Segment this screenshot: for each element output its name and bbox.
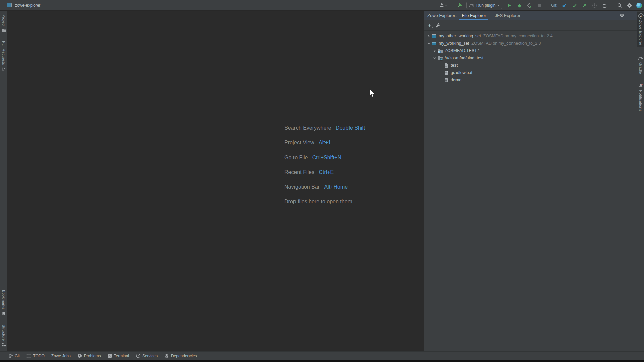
services-icon: [136, 354, 140, 358]
profile-avatar-icon[interactable]: [636, 3, 642, 8]
file-icon: [443, 63, 449, 68]
working-set-icon: [431, 41, 437, 46]
editor-shortcut-hints: Search Everywhere Double Shift Project V…: [284, 125, 365, 214]
toolbar-separator: [547, 3, 547, 8]
profiler-button[interactable]: [526, 2, 533, 9]
chevron-down-icon: [497, 5, 499, 6]
chevron-down-icon: [432, 27, 433, 28]
terminal-icon: [108, 354, 112, 358]
tree-item-name: test: [451, 63, 458, 68]
shortcut-keys: Alt+1: [319, 140, 331, 145]
bottom-item-services[interactable]: Services: [136, 354, 158, 358]
tree-row[interactable]: demo: [424, 76, 637, 84]
chevron-right-icon[interactable]: [432, 48, 437, 53]
tree-row[interactable]: my_other_working_set ZOSMFAD on my_conne…: [424, 32, 637, 40]
tree-item-name: my_working_set: [439, 41, 469, 46]
bottom-item-label: Services: [142, 354, 158, 358]
tree-item-detail: ZOSMFAD on my_connection_to_2.3: [471, 41, 541, 46]
svg-text:DS: DS: [438, 51, 441, 53]
shortcut-row: Project View Alt+1: [284, 140, 365, 146]
stripe-label: Project: [2, 14, 6, 26]
tab-file-explorer[interactable]: File Explorer: [458, 11, 490, 20]
stripe-label: Notifications: [639, 90, 643, 111]
panel-toolbar: +: [424, 20, 637, 31]
tool-window-header-actions: —: [620, 13, 633, 18]
tree-row[interactable]: /u/zosmfad/ulad_test: [424, 54, 637, 62]
tool-window-title: Zowe Explorer:: [427, 13, 457, 18]
stripe-button-pull-requests[interactable]: Pull Requests: [0, 39, 7, 73]
bottom-item-zowe-jobs[interactable]: Zowe Jobs: [51, 354, 71, 358]
shortcut-row: Recent Files Ctrl+E: [284, 169, 365, 175]
panel-settings-gear-icon[interactable]: [620, 13, 624, 18]
bottom-item-dependencies[interactable]: Dependencies: [164, 354, 197, 358]
stripe-label: Structure: [2, 325, 6, 341]
bottom-item-terminal[interactable]: Terminal: [108, 354, 129, 358]
file-icon: [443, 70, 449, 75]
run-configuration-label: Run plugin: [476, 3, 495, 8]
working-set-icon: [431, 33, 437, 39]
add-item-button[interactable]: +: [428, 23, 431, 28]
run-button[interactable]: [506, 2, 513, 9]
git-update-project-icon[interactable]: [561, 2, 568, 9]
shortcut-action: Search Everywhere: [284, 125, 331, 131]
wrench-settings-icon[interactable]: [436, 23, 440, 28]
hide-panel-icon[interactable]: —: [629, 14, 633, 17]
settings-gear-icon[interactable]: [626, 2, 633, 9]
bottom-item-todo[interactable]: TODO: [26, 354, 44, 358]
search-everywhere-icon[interactable]: [616, 2, 623, 9]
plus-icon: +: [428, 22, 431, 28]
shortcut-action: Go to File: [284, 155, 308, 160]
notification-bell-icon: [639, 83, 643, 88]
git-label: Git:: [551, 3, 557, 8]
tree-row[interactable]: gradlew.bat: [424, 69, 637, 76]
tree-row[interactable]: my_working_set ZOSMFAD on my_connection_…: [424, 40, 637, 47]
bottom-item-git[interactable]: Git: [9, 354, 20, 358]
stripe-label: Zowe Explorer: [639, 20, 643, 45]
window-title: zowe-explorer: [15, 3, 40, 8]
stripe-button-bookmarks[interactable]: Bookmarks: [0, 288, 7, 318]
stripe-button-notifications[interactable]: Notifications: [637, 81, 644, 113]
gradle-elephant-icon: [469, 4, 474, 7]
stripe-button-zowe-explorer[interactable]: Z Zowe Explorer: [637, 12, 644, 47]
bottom-tool-window-bar: Git TODO Zowe Jobs Problems Terminal Ser…: [0, 351, 644, 360]
bottom-item-label: TODO: [33, 354, 44, 358]
bottom-item-label: Dependencies: [171, 354, 197, 358]
chevron-down-icon[interactable]: [432, 55, 437, 61]
stripe-button-gradle[interactable]: Gradle: [637, 55, 644, 76]
problems-icon: [77, 354, 82, 358]
dataset-folder-icon: DS: [437, 48, 443, 53]
bottom-edge-strip: [0, 360, 644, 362]
tree-item-name: ZOSMFAD.TEST.*: [445, 48, 479, 53]
tree-item-name: /u/zosmfad/ulad_test: [445, 56, 483, 60]
tab-label: File Explorer: [462, 13, 486, 18]
file-explorer-tree: my_other_working_set ZOSMFAD on my_conne…: [424, 31, 637, 84]
git-branch-icon: [9, 354, 13, 358]
bottom-item-label: Terminal: [114, 354, 129, 358]
user-account-icon[interactable]: [438, 2, 448, 9]
stripe-button-project[interactable]: Project: [0, 12, 7, 34]
rollback-icon[interactable]: [601, 2, 608, 9]
stripe-button-structure[interactable]: Structure: [0, 323, 7, 349]
bottom-item-label: Git: [15, 354, 20, 358]
chevron-right-icon[interactable]: [426, 33, 431, 39]
tree-row[interactable]: DS ZOSMFAD.TEST.*: [424, 47, 637, 54]
run-configuration-select[interactable]: Run plugin: [466, 2, 502, 9]
title-bar: zowe-explorer Run plugin Git:: [0, 0, 644, 11]
shortcut-keys: Double Shift: [336, 125, 365, 131]
shortcut-keys: Ctrl+Shift+N: [312, 155, 341, 160]
debug-button[interactable]: [516, 2, 523, 9]
bottom-item-label: Problems: [84, 354, 101, 358]
git-push-icon[interactable]: [581, 2, 588, 9]
git-commit-icon[interactable]: [571, 2, 578, 9]
structure-icon: [2, 343, 6, 347]
build-hammer-icon[interactable]: [456, 2, 463, 9]
dependencies-icon: [164, 354, 169, 358]
main-toolbar: Run plugin Git:: [438, 0, 642, 11]
stripe-label: Gradle: [639, 62, 643, 74]
chevron-down-icon[interactable]: [426, 41, 431, 46]
tab-jes-explorer[interactable]: JES Explorer: [491, 11, 524, 20]
tree-row[interactable]: test: [424, 62, 637, 69]
bottom-item-problems[interactable]: Problems: [77, 354, 101, 358]
bottom-item-label: Zowe Jobs: [51, 354, 71, 358]
chevron-spacer: [438, 70, 443, 75]
